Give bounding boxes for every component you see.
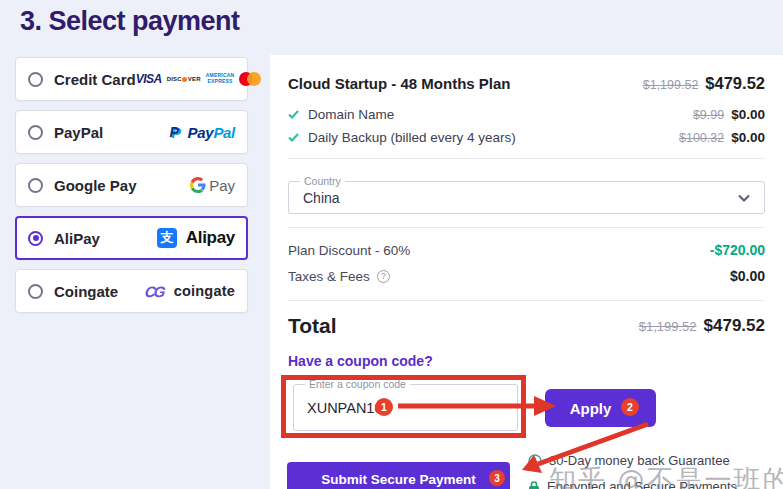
discover-dot-icon	[182, 77, 187, 82]
submit-payment-button[interactable]: Submit Secure Payment	[287, 462, 510, 489]
apply-button-label: Apply	[570, 400, 612, 417]
coupon-input-value: XUNPAN101	[307, 400, 391, 416]
amex-logo-icon: AMERICANEXPRESS	[206, 73, 235, 85]
paypal-icon: PP	[170, 124, 183, 140]
total-label: Total	[288, 314, 337, 338]
payment-option-label: Credit Card	[54, 71, 136, 88]
apply-button[interactable]: Apply	[545, 389, 656, 427]
lock-icon	[528, 480, 540, 489]
payment-option-label: PayPal	[54, 124, 103, 141]
payment-option-alipay[interactable]: AliPay 支 Alipay	[15, 216, 248, 260]
taxes-row: Taxes & Fees ? $0.00	[288, 266, 765, 286]
alipay-icon: 支	[157, 228, 177, 248]
paypal-pay-text: Pay	[188, 124, 214, 141]
mastercard-logo-icon	[239, 72, 261, 86]
chevron-down-icon	[738, 194, 750, 202]
payment-option-paypal[interactable]: PayPal PP PayPal	[15, 110, 248, 154]
discount-label: Plan Discount - 60%	[288, 243, 410, 258]
clock-icon	[528, 454, 542, 468]
divider	[288, 300, 765, 301]
discount-value: -$720.00	[710, 242, 765, 258]
checkout-page: 3. Select payment Credit Card VISA DISCV…	[0, 0, 783, 489]
visa-logo-icon: VISA	[136, 72, 162, 86]
guarantee-text: Encrypted and Secure Payments	[547, 479, 737, 489]
coupon-link[interactable]: Have a coupon code?	[288, 353, 433, 369]
coupon-input[interactable]: Enter a coupon code XUNPAN101	[293, 384, 518, 431]
coingate-logo: CG coingate	[145, 283, 235, 300]
radio-button[interactable]	[28, 125, 43, 140]
radio-button[interactable]	[28, 178, 43, 193]
money-back-guarantee: 30-Day money back Guarantee	[528, 453, 730, 468]
payment-option-coingate[interactable]: Coingate CG coingate	[15, 269, 248, 313]
discover-logo-icon: DISCVER	[167, 76, 201, 82]
alipay-wordmark: Alipay	[186, 228, 235, 248]
gpay-pay-text: Pay	[209, 177, 235, 194]
discount-row: Plan Discount - 60% -$720.00	[288, 240, 765, 260]
guarantee-text: 30-Day money back Guarantee	[549, 453, 730, 468]
radio-button[interactable]	[28, 284, 43, 299]
paypal-wordmark: PayPal	[188, 124, 235, 141]
plan-old-price: $1,199.52	[643, 78, 699, 92]
addon-name: Domain Name	[308, 107, 394, 122]
check-icon	[288, 110, 299, 119]
order-summary-panel: Cloud Startup - 48 Months Plan $1,199.52…	[270, 55, 783, 489]
payment-option-label: AliPay	[54, 230, 100, 247]
country-select-value: China	[303, 190, 340, 206]
country-select-label: Country	[300, 175, 345, 188]
card-brand-logos: VISA DISCVER AMERICANEXPRESS	[136, 72, 262, 86]
paypal-logo: PP PayPal	[170, 124, 235, 141]
alipay-logo: 支 Alipay	[157, 228, 235, 248]
page-title: 3. Select payment	[20, 6, 240, 37]
payment-option-label: Google Pay	[54, 177, 137, 194]
payment-option-label: Coingate	[54, 283, 118, 300]
discover-text: DISC	[167, 76, 182, 82]
addon-name: Daily Backup (billed every 4 years)	[308, 130, 516, 145]
coupon-input-label: Enter a coupon code	[305, 378, 410, 391]
addon-old-price: $9.99	[693, 108, 724, 122]
check-icon	[288, 133, 299, 142]
coingate-wordmark: coingate	[174, 283, 235, 299]
country-select[interactable]: Country China	[288, 181, 765, 214]
divider	[288, 227, 765, 228]
total-price: $479.52	[704, 316, 765, 336]
total-row: Total $1,199.52 $479.52	[288, 311, 765, 341]
radio-button[interactable]	[28, 72, 43, 87]
payment-option-google-pay[interactable]: Google Pay Pay	[15, 163, 248, 207]
amex-line2: EXPRESS	[208, 78, 233, 84]
paypal-pal-text: Pal	[213, 124, 235, 141]
radio-button-checked[interactable]	[28, 231, 43, 246]
submit-button-label: Submit Secure Payment	[321, 472, 476, 487]
plan-row: Cloud Startup - 48 Months Plan $1,199.52…	[288, 71, 765, 95]
total-old-price: $1,199.52	[639, 319, 697, 334]
payment-option-credit-card[interactable]: Credit Card VISA DISCVER AMERICANEXPRESS	[15, 57, 248, 101]
plan-price: $479.52	[705, 74, 765, 93]
addon-old-price: $100.32	[679, 131, 724, 145]
google-pay-logo: Pay	[190, 177, 235, 194]
google-g-icon	[190, 177, 206, 193]
addon-price: $0.00	[731, 130, 765, 145]
divider	[288, 158, 765, 159]
coingate-icon: CG	[144, 283, 165, 300]
secure-payments-note: Encrypted and Secure Payments	[528, 479, 737, 489]
addon-price: $0.00	[731, 107, 765, 122]
payment-method-list: Credit Card VISA DISCVER AMERICANEXPRESS…	[15, 57, 248, 313]
addon-row: Domain Name $9.99 $0.00	[288, 105, 765, 123]
discover-text: VER	[188, 76, 201, 82]
taxes-value: $0.00	[730, 268, 765, 284]
plan-name: Cloud Startup - 48 Months Plan	[288, 75, 511, 92]
taxes-label: Taxes & Fees	[288, 269, 370, 284]
question-mark-icon[interactable]: ?	[377, 270, 390, 283]
addon-row: Daily Backup (billed every 4 years) $100…	[288, 128, 765, 146]
